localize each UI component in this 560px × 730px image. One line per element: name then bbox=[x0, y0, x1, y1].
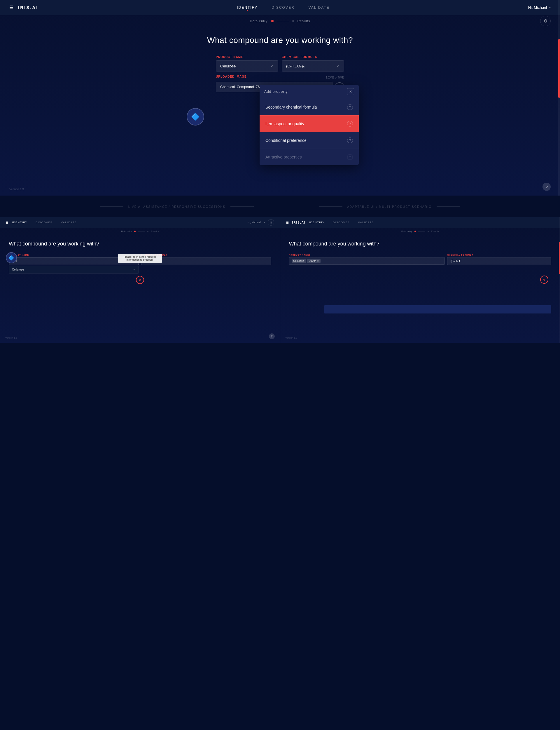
panel-left-user: Hi, Michael bbox=[248, 221, 261, 224]
file-label-row: Uploaded image 1.2MB of 5MB bbox=[216, 75, 344, 80]
panel-left-settings-button[interactable]: ⚙ bbox=[268, 219, 274, 226]
panel-right-scrollbar[interactable] bbox=[559, 217, 560, 343]
dropdown-item-aspect-quality[interactable]: Item aspect or quality ? bbox=[260, 115, 359, 132]
nav-discover[interactable]: DISCOVER bbox=[272, 6, 295, 10]
dropdown-item-label-3: Conditional preference bbox=[265, 138, 347, 143]
panel-right-nav: IDENTIFY DISCOVER VALIDATE bbox=[309, 221, 374, 224]
panel-left-nav-discover[interactable]: DISCOVER bbox=[36, 221, 53, 224]
panel-left-header-left: ☰ IDENTIFY DISCOVER VALIDATE bbox=[6, 221, 77, 224]
panel-right-header: ☰ IRIS.AI IDENTIFY DISCOVER VALIDATE bbox=[280, 217, 560, 228]
main-nav: IDENTIFY DISCOVER VALIDATE bbox=[237, 6, 330, 10]
page-title: What compound are you working with? bbox=[207, 36, 353, 45]
main-content: What compound are you working with? 🔷 Pr… bbox=[0, 27, 560, 113]
panel-right-nav-validate[interactable]: VALIDATE bbox=[358, 221, 374, 224]
tag-cellulose-label: Cellulose bbox=[293, 259, 304, 262]
help-icon-3[interactable]: ? bbox=[347, 137, 353, 143]
panel-left-arrow-down[interactable]: ∨ bbox=[136, 276, 144, 284]
divider-left: LIVE AI ASSISTANCE / RESPONSIVE SUGGESTI… bbox=[97, 204, 257, 209]
panel-right-header-left: ☰ IRIS.AI IDENTIFY DISCOVER VALIDATE bbox=[286, 221, 374, 224]
panel-right-bc-results: Results bbox=[431, 230, 439, 233]
panel-right-formula-label: Chemical formula bbox=[447, 254, 551, 256]
version-label: Version 1.3 bbox=[9, 188, 24, 191]
panel-right-nav-identify[interactable]: IDENTIFY bbox=[309, 221, 325, 224]
panel-right-product-label: Product names bbox=[289, 254, 445, 256]
panel-left-help-icon: ? bbox=[271, 335, 273, 338]
panel-left: ☰ IDENTIFY DISCOVER VALIDATE Hi, Michael… bbox=[0, 217, 280, 343]
divider-left-label: LIVE AI ASSISTANCE / RESPONSIVE SUGGESTI… bbox=[128, 205, 226, 208]
panel-left-chevron: ▾ bbox=[264, 221, 265, 224]
panel-right-formula-input[interactable]: (C₆H₁₀C bbox=[447, 257, 551, 265]
panel-left-nav-validate[interactable]: VALIDATE bbox=[61, 221, 77, 224]
panel-left-hamburger[interactable]: ☰ bbox=[6, 221, 8, 224]
panel-right-blue-bar bbox=[324, 305, 552, 313]
dropdown-item-attractive-properties[interactable]: Attractive properties ? bbox=[260, 149, 359, 165]
main-section: ☰ IRIS.AI IDENTIFY DISCOVER VALIDATE Hi,… bbox=[0, 0, 560, 195]
close-icon: ✕ bbox=[349, 90, 352, 94]
chemical-formula-field: Chemical formula (C₆H₁₀O₅)ₙ ✓ bbox=[282, 55, 344, 71]
divider-line-right-2 bbox=[437, 206, 460, 207]
help-icon-2[interactable]: ? bbox=[347, 121, 353, 127]
dropdown-item-secondary-chemical[interactable]: Secondary chemical formula ? bbox=[260, 99, 359, 115]
panel-right-nav-discover[interactable]: DISCOVER bbox=[333, 221, 350, 224]
panel-right-content: What compound are you working with? Prod… bbox=[280, 235, 560, 273]
divider-section: LIVE AI ASSISTANCE / RESPONSIVE SUGGESTI… bbox=[0, 195, 560, 217]
panel-right-arrow-down[interactable]: ∨ bbox=[540, 275, 548, 284]
nav-validate[interactable]: VALIDATE bbox=[309, 6, 330, 10]
main-header: ☰ IRIS.AI IDENTIFY DISCOVER VALIDATE Hi,… bbox=[0, 0, 560, 15]
dropdown-item-label-1: Secondary chemical formula bbox=[265, 105, 347, 109]
panel-left-nav-identify[interactable]: IDENTIFY bbox=[12, 221, 27, 224]
user-menu[interactable]: Hi, Michael ▾ bbox=[528, 5, 551, 10]
panel-right-formula-value: (C₆H₁₀C bbox=[450, 259, 461, 263]
breadcrumb-dot-inactive bbox=[292, 20, 294, 22]
help-icon-symbol-4: ? bbox=[349, 155, 351, 159]
chemical-formula-label: Chemical formula bbox=[282, 55, 344, 59]
panel-right: ☰ IRIS.AI IDENTIFY DISCOVER VALIDATE Dat… bbox=[280, 217, 560, 343]
panel-left-bc-dot-gray bbox=[147, 231, 148, 232]
settings-button[interactable]: ⚙ bbox=[540, 16, 551, 26]
panel-left-header: ☰ IDENTIFY DISCOVER VALIDATE Hi, Michael… bbox=[0, 217, 280, 228]
divider-right-label: ADAPTABLE UI / MULTI-PRODUCT SCENARIO bbox=[347, 205, 432, 208]
tag-starch-remove[interactable]: × bbox=[317, 259, 319, 262]
nav-identify[interactable]: IDENTIFY bbox=[237, 6, 258, 10]
dropdown-item-conditional-preference[interactable]: Conditional preference ? bbox=[260, 132, 359, 149]
help-icon-1[interactable]: ? bbox=[347, 104, 353, 110]
file-size: 1.2MB of 5MB bbox=[326, 76, 344, 79]
panel-right-breadcrumb: Data entry Results bbox=[280, 228, 560, 235]
panel-left-help-button[interactable]: ? bbox=[269, 333, 275, 339]
breadcrumb-results: Results bbox=[297, 19, 310, 23]
check-icon: ✓ bbox=[270, 64, 274, 68]
breadcrumb-data-entry: Data entry bbox=[250, 19, 268, 23]
header-left: ☰ IRIS.AI bbox=[9, 5, 38, 10]
panel-right-formula-field: Chemical formula (C₆H₁₀C bbox=[447, 254, 551, 265]
divider-line-left-2 bbox=[230, 206, 254, 207]
tooltip-box: Please, fill in all the required informa… bbox=[118, 254, 162, 263]
autocomplete-item-cellulose[interactable]: Cellulose ✓ bbox=[9, 266, 139, 273]
breadcrumb: Data entry Results ⚙ bbox=[0, 15, 560, 27]
product-name-input[interactable]: Cellulose ✓ bbox=[216, 60, 278, 71]
form-area: 🔷 Product name Cellulose ✓ Chemical form… bbox=[216, 55, 344, 113]
chemical-formula-input[interactable]: (C₆H₁₀O₅)ₙ ✓ bbox=[282, 60, 344, 71]
panel-right-product-field: Product names Cellulose Starch × bbox=[289, 254, 445, 265]
panel-right-bc-dot-gray bbox=[428, 231, 429, 232]
dropdown-close-button[interactable]: ✕ bbox=[347, 88, 354, 95]
form-row-1: Product name Cellulose ✓ Chemical formul… bbox=[216, 55, 344, 71]
help-button[interactable]: ? bbox=[543, 183, 551, 191]
check-icon-2: ✓ bbox=[336, 64, 340, 68]
panel-left-bc-dot bbox=[134, 230, 136, 232]
panel-left-nav: IDENTIFY DISCOVER VALIDATE bbox=[12, 221, 77, 224]
panel-right-hamburger[interactable]: ☰ bbox=[286, 221, 289, 224]
panel-right-bc-dot bbox=[414, 230, 416, 232]
help-icon-4[interactable]: ? bbox=[347, 154, 353, 160]
panel-left-breadcrumb: Data entry Results bbox=[0, 228, 280, 235]
hamburger-icon[interactable]: ☰ bbox=[9, 5, 13, 10]
help-icon-symbol-2: ? bbox=[349, 122, 351, 125]
autocomplete-dropdown: Cellulose ✓ bbox=[9, 265, 139, 273]
panel-left-avatar: 🔷 bbox=[6, 252, 17, 263]
panel-left-bc-line bbox=[138, 231, 145, 231]
main-scrollbar[interactable] bbox=[558, 0, 560, 195]
panel-left-bc-data-entry: Data entry bbox=[121, 230, 132, 233]
tag-input[interactable]: Cellulose Starch × bbox=[289, 257, 445, 265]
uploaded-image-label: Uploaded image bbox=[216, 75, 247, 78]
panel-right-scrollbar-thumb bbox=[559, 242, 560, 274]
avatar: 🔷 bbox=[187, 108, 204, 125]
